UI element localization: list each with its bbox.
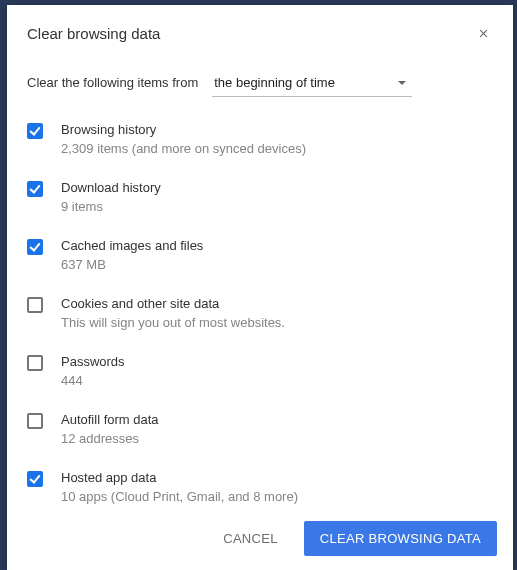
item-row: Passwords444 [27,343,493,401]
checkbox[interactable] [27,471,43,487]
item-row: Browsing history2,309 items (and more on… [27,111,493,169]
item-text: Passwords444 [61,353,493,391]
dialog-title: Clear browsing data [27,25,473,42]
item-title: Autofill form data [61,411,493,429]
item-text: Download history9 items [61,179,493,217]
time-range-value: the beginning of time [214,75,335,90]
item-subtitle: 444 [61,372,493,391]
clear-browsing-data-dialog: Clear browsing data Clear the following … [7,5,513,570]
item-subtitle: 9 items [61,198,493,217]
items-list: Browsing history2,309 items (and more on… [7,105,513,509]
checkbox[interactable] [27,413,43,429]
item-text: Browsing history2,309 items (and more on… [61,121,493,159]
item-row: Cookies and other site dataThis will sig… [27,285,493,343]
checkbox[interactable] [27,355,43,371]
item-title: Cookies and other site data [61,295,493,313]
item-title: Passwords [61,353,493,371]
item-title: Browsing history [61,121,493,139]
item-row: Hosted app data10 apps (Cloud Print, Gma… [27,459,493,509]
close-button[interactable] [473,23,493,43]
item-subtitle: 12 addresses [61,430,493,449]
item-subtitle: This will sign you out of most websites. [61,314,493,333]
item-text: Hosted app data10 apps (Cloud Print, Gma… [61,469,493,507]
checkbox[interactable] [27,123,43,139]
clear-button[interactable]: CLEAR BROWSING DATA [304,521,497,556]
item-row: Cached images and files637 MB [27,227,493,285]
item-row: Download history9 items [27,169,493,227]
checkbox[interactable] [27,181,43,197]
close-icon [477,27,490,40]
cancel-button[interactable]: CANCEL [207,521,294,556]
checkbox[interactable] [27,239,43,255]
item-subtitle: 637 MB [61,256,493,275]
chevron-down-icon [398,81,406,85]
item-title: Hosted app data [61,469,493,487]
checkbox[interactable] [27,297,43,313]
item-title: Download history [61,179,493,197]
intro-text: Clear the following items from [27,75,198,90]
item-text: Autofill form data12 addresses [61,411,493,449]
item-text: Cached images and files637 MB [61,237,493,275]
item-subtitle: 2,309 items (and more on synced devices) [61,140,493,159]
item-title: Cached images and files [61,237,493,255]
intro-row: Clear the following items from the begin… [7,53,513,105]
time-range-dropdown[interactable]: the beginning of time [212,71,412,97]
dialog-header: Clear browsing data [7,5,513,53]
dialog-footer: CANCEL CLEAR BROWSING DATA [7,509,513,570]
item-row: Autofill form data12 addresses [27,401,493,459]
item-subtitle: 10 apps (Cloud Print, Gmail, and 8 more) [61,488,493,507]
item-text: Cookies and other site dataThis will sig… [61,295,493,333]
